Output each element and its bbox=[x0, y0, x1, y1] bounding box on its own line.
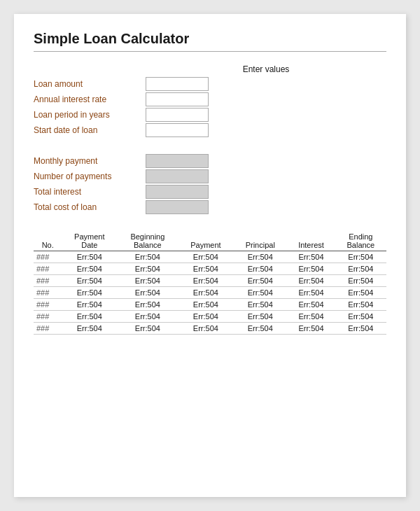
loan-amount-input[interactable] bbox=[146, 77, 209, 91]
cell-interest: Err:504 bbox=[287, 251, 335, 263]
monthly-payment-row: Monthly payment bbox=[34, 154, 386, 168]
cell-principal: Err:504 bbox=[233, 263, 287, 275]
col-header-payment-date: PaymentDate bbox=[62, 231, 117, 251]
total-interest-label: Total interest bbox=[34, 187, 146, 197]
monthly-payment-label: Monthly payment bbox=[34, 156, 146, 166]
cell-payment: Err:504 bbox=[178, 323, 234, 335]
num-payments-row: Number of payments bbox=[34, 169, 386, 183]
cell-payment: Err:504 bbox=[178, 275, 234, 287]
start-date-row: Start date of loan bbox=[34, 123, 386, 137]
cell-principal: Err:504 bbox=[233, 311, 287, 323]
loan-table: No. PaymentDate BeginningBalance Payment… bbox=[34, 231, 386, 335]
cell-principal: Err:504 bbox=[233, 323, 287, 335]
cell-beg-bal: Err:504 bbox=[117, 311, 178, 323]
table-section: No. PaymentDate BeginningBalance Payment… bbox=[34, 231, 386, 335]
total-cost-output bbox=[146, 200, 209, 214]
cell-payment: Err:504 bbox=[178, 251, 234, 263]
table-row: ###Err:504Err:504Err:504Err:504Err:504Er… bbox=[34, 299, 386, 311]
loan-period-input[interactable] bbox=[146, 108, 209, 122]
loan-amount-row: Loan amount bbox=[34, 77, 386, 91]
cell-date: Err:504 bbox=[62, 287, 117, 299]
col-header-no: No. bbox=[34, 231, 62, 251]
results-section: Monthly payment Number of payments Total… bbox=[34, 154, 386, 214]
cell-interest: Err:504 bbox=[287, 299, 335, 311]
table-row: ###Err:504Err:504Err:504Err:504Err:504Er… bbox=[34, 287, 386, 299]
loan-period-label: Loan period in years bbox=[34, 110, 146, 120]
col-header-beginning-balance: BeginningBalance bbox=[117, 231, 178, 251]
total-interest-row: Total interest bbox=[34, 185, 386, 199]
col-header-principal: Principal bbox=[233, 231, 287, 251]
cell-no: ### bbox=[34, 287, 62, 299]
cell-date: Err:504 bbox=[62, 299, 117, 311]
cell-no: ### bbox=[34, 275, 62, 287]
cell-date: Err:504 bbox=[62, 263, 117, 275]
cell-beg-bal: Err:504 bbox=[117, 287, 178, 299]
col-header-payment: Payment bbox=[178, 231, 234, 251]
input-section: Enter values Loan amount Annual interest… bbox=[34, 64, 386, 139]
cell-beg-bal: Err:504 bbox=[117, 263, 178, 275]
cell-principal: Err:504 bbox=[233, 299, 287, 311]
interest-rate-label: Annual interest rate bbox=[34, 94, 146, 104]
loan-amount-label: Loan amount bbox=[34, 79, 146, 89]
cell-interest: Err:504 bbox=[287, 263, 335, 275]
cell-interest: Err:504 bbox=[287, 311, 335, 323]
enter-values-label: Enter values bbox=[146, 64, 386, 74]
num-payments-output bbox=[146, 169, 209, 183]
table-row: ###Err:504Err:504Err:504Err:504Err:504Er… bbox=[34, 275, 386, 287]
calculator-card: Simple Loan Calculator Enter values Loan… bbox=[14, 14, 406, 497]
cell-beg-bal: Err:504 bbox=[117, 275, 178, 287]
table-row: ###Err:504Err:504Err:504Err:504Err:504Er… bbox=[34, 311, 386, 323]
cell-payment: Err:504 bbox=[178, 287, 234, 299]
interest-rate-row: Annual interest rate bbox=[34, 92, 386, 106]
cell-principal: Err:504 bbox=[233, 251, 287, 263]
cell-end-bal: Err:504 bbox=[335, 311, 386, 323]
cell-principal: Err:504 bbox=[233, 275, 287, 287]
num-payments-label: Number of payments bbox=[34, 172, 146, 181]
cell-payment: Err:504 bbox=[178, 263, 234, 275]
col-header-ending-balance: EndingBalance bbox=[335, 231, 386, 251]
cell-date: Err:504 bbox=[62, 323, 117, 335]
cell-beg-bal: Err:504 bbox=[117, 323, 178, 335]
cell-date: Err:504 bbox=[62, 251, 117, 263]
cell-interest: Err:504 bbox=[287, 287, 335, 299]
cell-interest: Err:504 bbox=[287, 275, 335, 287]
cell-beg-bal: Err:504 bbox=[117, 251, 178, 263]
cell-beg-bal: Err:504 bbox=[117, 299, 178, 311]
total-cost-row: Total cost of loan bbox=[34, 200, 386, 214]
cell-payment: Err:504 bbox=[178, 299, 234, 311]
table-row: ###Err:504Err:504Err:504Err:504Err:504Er… bbox=[34, 323, 386, 335]
cell-end-bal: Err:504 bbox=[335, 287, 386, 299]
cell-end-bal: Err:504 bbox=[335, 323, 386, 335]
start-date-label: Start date of loan bbox=[34, 125, 146, 135]
total-cost-label: Total cost of loan bbox=[34, 202, 146, 212]
cell-no: ### bbox=[34, 263, 62, 275]
col-header-interest: Interest bbox=[287, 231, 335, 251]
start-date-input[interactable] bbox=[146, 123, 209, 137]
interest-rate-input[interactable] bbox=[146, 92, 209, 106]
monthly-payment-output bbox=[146, 154, 209, 168]
page-title: Simple Loan Calculator bbox=[34, 31, 386, 47]
cell-principal: Err:504 bbox=[233, 287, 287, 299]
cell-end-bal: Err:504 bbox=[335, 275, 386, 287]
cell-interest: Err:504 bbox=[287, 323, 335, 335]
cell-no: ### bbox=[34, 251, 62, 263]
cell-no: ### bbox=[34, 323, 62, 335]
cell-end-bal: Err:504 bbox=[335, 299, 386, 311]
table-row: ###Err:504Err:504Err:504Err:504Err:504Er… bbox=[34, 251, 386, 263]
cell-end-bal: Err:504 bbox=[335, 251, 386, 263]
cell-date: Err:504 bbox=[62, 311, 117, 323]
cell-payment: Err:504 bbox=[178, 311, 234, 323]
total-interest-output bbox=[146, 185, 209, 199]
title-divider bbox=[34, 51, 386, 52]
cell-end-bal: Err:504 bbox=[335, 263, 386, 275]
loan-period-row: Loan period in years bbox=[34, 108, 386, 122]
cell-no: ### bbox=[34, 299, 62, 311]
cell-no: ### bbox=[34, 311, 62, 323]
cell-date: Err:504 bbox=[62, 275, 117, 287]
table-row: ###Err:504Err:504Err:504Err:504Err:504Er… bbox=[34, 263, 386, 275]
